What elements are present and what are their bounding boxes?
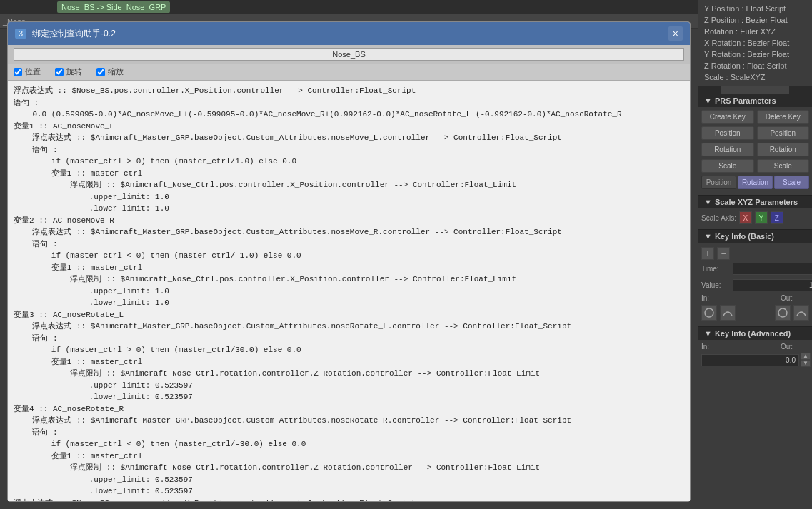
scale-xyz-collapse-icon: ▼ <box>704 198 712 206</box>
code-line: .lower_limit: 1.0 <box>14 297 684 309</box>
checkbox-rotation-label: 旋转 <box>66 66 82 77</box>
list-item[interactable]: Y Position : Float Script <box>698 3 812 14</box>
tab-position[interactable]: Position <box>701 176 736 189</box>
code-line: 浮点表达式 :: $Animcraft_Master_GRP.baseObjec… <box>14 132 684 144</box>
list-item[interactable]: Scale : ScaleXYZ <box>698 71 812 83</box>
time-input[interactable] <box>733 263 812 275</box>
code-line: .upper_limit: 0.523597 <box>14 474 684 486</box>
advanced-in-down-arrow[interactable]: ▼ <box>801 360 811 367</box>
axis-y-button[interactable]: Y <box>755 211 768 224</box>
delete-key-button[interactable]: Delete Key <box>757 110 810 124</box>
svg-point-1 <box>778 308 787 317</box>
scale-right-button[interactable]: Scale <box>757 159 810 173</box>
prs-rotation-row: Rotation Rotation <box>701 143 809 156</box>
prs-tab-row: Position Rotation Scale <box>701 176 809 189</box>
checkbox-row: 位置 旋转 缩放 <box>8 64 690 81</box>
code-line: .lower_limit: 0.523597 <box>14 485 684 498</box>
list-item[interactable]: X Rotation : Bezier Float <box>698 37 812 49</box>
minus-button[interactable]: − <box>717 247 730 260</box>
code-line: 浮点表达式 :: $Animcraft_Master_GRP.baseObjec… <box>14 226 684 238</box>
list-item[interactable]: Rotation : Euler XYZ <box>698 26 812 37</box>
code-line: 浮点限制 :: $Animcraft_Nose_Ctrl.rotation.co… <box>14 368 684 380</box>
key-info-advanced-title: Key Info (Advanced) <box>715 329 791 338</box>
axis-z-button[interactable]: Z <box>771 211 783 224</box>
dialog: 3 绑定控制查询助手-0.2 × 位置 旋转 <box>7 21 691 502</box>
prs-scale-row: Scale Scale <box>701 159 809 173</box>
svg-point-0 <box>705 308 713 317</box>
property-list: Y Position : Float ScriptZ Position : Be… <box>698 0 812 86</box>
plus-button[interactable]: + <box>701 247 714 260</box>
code-line: if (master_ctrl < 0) then (master_ctrl/-… <box>14 438 684 450</box>
dialog-toolbar <box>8 45 690 64</box>
code-line: if (master_ctrl > 0) then (master_ctrl/1… <box>14 156 684 168</box>
code-line: 变量1 :: AC_noseMove_L <box>14 121 684 133</box>
curve-icon-4[interactable] <box>793 305 809 321</box>
code-line: 语句 : <box>14 144 684 156</box>
time-row: Time: ▲ ▼ <box>701 261 809 276</box>
code-line: 变量4 :: AC_noseRotate_R <box>14 403 684 415</box>
dialog-number: 3 <box>15 29 26 39</box>
key-info-advanced-content: In: Out: ▲ ▼ ▲ ▼ <box>698 340 812 372</box>
key-info-basic-content: + − Time: ▲ ▼ Value: ▲ ▼ <box>698 243 812 326</box>
tab-rotation[interactable]: Rotation <box>738 176 773 189</box>
list-item[interactable]: Z Position : Bezier Float <box>698 14 812 26</box>
code-line: 浮点限制 :: $Animcraft_Nose_Ctrl.rotation.co… <box>14 462 684 474</box>
dialog-title: 绑定控制查询助手-0.2 <box>32 28 116 40</box>
prs-section-header[interactable]: ▼ PRS Parameters <box>698 94 812 107</box>
in-out-label-row: In: Out: <box>701 294 809 302</box>
code-line: 变量1 :: master_ctrl <box>14 450 684 463</box>
scale-axis-label: Scale Axis: <box>701 214 736 222</box>
checkbox-scale-label: 缩放 <box>108 66 124 77</box>
value-spinner: ▲ ▼ <box>733 278 812 292</box>
advanced-in-spinner: ▲ ▼ <box>701 353 811 367</box>
checkbox-scale[interactable]: 缩放 <box>96 66 124 77</box>
advanced-in-input[interactable] <box>701 354 799 366</box>
scale-xyz-content: Scale Axis: X Y Z <box>698 208 812 229</box>
checkbox-position[interactable]: 位置 <box>14 66 41 77</box>
key-info-basic-title: Key Info (Basic) <box>715 232 774 241</box>
list-item[interactable]: Y Rotation : Bezier Float <box>698 49 812 60</box>
code-line: 浮点表达式 :: $Animcraft_Master_GRP.baseObjec… <box>14 415 684 427</box>
code-line: 浮点限制 :: $Animcraft_Nose_Ctrl.pos.control… <box>14 273 684 286</box>
dialog-close-button[interactable]: × <box>668 26 683 41</box>
code-line: 变量3 :: AC_noseRotate_L <box>14 309 684 321</box>
create-key-button[interactable]: Create Key <box>701 110 754 124</box>
axis-x-button[interactable]: X <box>739 211 752 224</box>
key-button-row: Create Key Delete Key <box>701 110 809 124</box>
key-info-advanced-collapse-icon: ▼ <box>704 329 712 338</box>
plus-minus-row: + − <box>701 247 809 260</box>
curve-icon-1[interactable] <box>701 305 717 321</box>
curve-icon-3[interactable] <box>775 305 791 321</box>
key-info-advanced-header[interactable]: ▼ Key Info (Advanced) <box>698 326 812 340</box>
rotation-right-button[interactable]: Rotation <box>757 143 810 156</box>
dialog-overlay: 3 绑定控制查询助手-0.2 × 位置 旋转 <box>0 14 698 509</box>
horizontal-scrollbar[interactable] <box>698 86 812 94</box>
search-input[interactable] <box>14 48 684 61</box>
code-line: .lower_limit: 0.523597 <box>14 391 684 403</box>
checkbox-rotation[interactable]: 旋转 <box>55 66 82 77</box>
key-info-basic-collapse-icon: ▼ <box>704 232 712 241</box>
timeline-label: Nose_BS -> Side_Nose_GRP <box>57 1 170 13</box>
scale-left-button[interactable]: Scale <box>701 159 754 173</box>
code-line: 变量2 :: AC_noseMove_R <box>14 215 684 227</box>
code-line: .upper_limit: 0.523597 <box>14 380 684 392</box>
curve-icon-2[interactable] <box>720 305 736 321</box>
advanced-in-out-values-row: ▲ ▼ ▲ ▼ <box>701 353 809 367</box>
position-left-button[interactable]: Position <box>701 126 754 140</box>
position-right-button[interactable]: Position <box>757 126 810 140</box>
code-line: 变量1 :: master_ctrl <box>14 168 684 180</box>
code-line: 语句 : <box>14 97 684 109</box>
tab-scale[interactable]: Scale <box>774 176 809 189</box>
list-item[interactable]: Z Rotation : Float Script <box>698 60 812 71</box>
key-curve-icons-row <box>701 305 809 321</box>
advanced-in-up-arrow[interactable]: ▲ <box>801 353 811 360</box>
key-info-basic-header[interactable]: ▼ Key Info (Basic) <box>698 229 812 243</box>
advanced-out-label: Out: <box>781 343 809 351</box>
code-line: 浮点表达式 :: $Nose_BS.pos.controller.X_Posit… <box>14 85 684 97</box>
rotation-left-button[interactable]: Rotation <box>701 143 754 156</box>
value-input[interactable] <box>733 279 812 291</box>
scale-xyz-section-title: Scale XYZ Parameters <box>715 198 798 206</box>
scale-xyz-section-header[interactable]: ▼ Scale XYZ Parameters <box>698 195 812 208</box>
code-line: .upper_limit: 1.0 <box>14 286 684 298</box>
time-spinner: ▲ ▼ <box>733 261 812 276</box>
